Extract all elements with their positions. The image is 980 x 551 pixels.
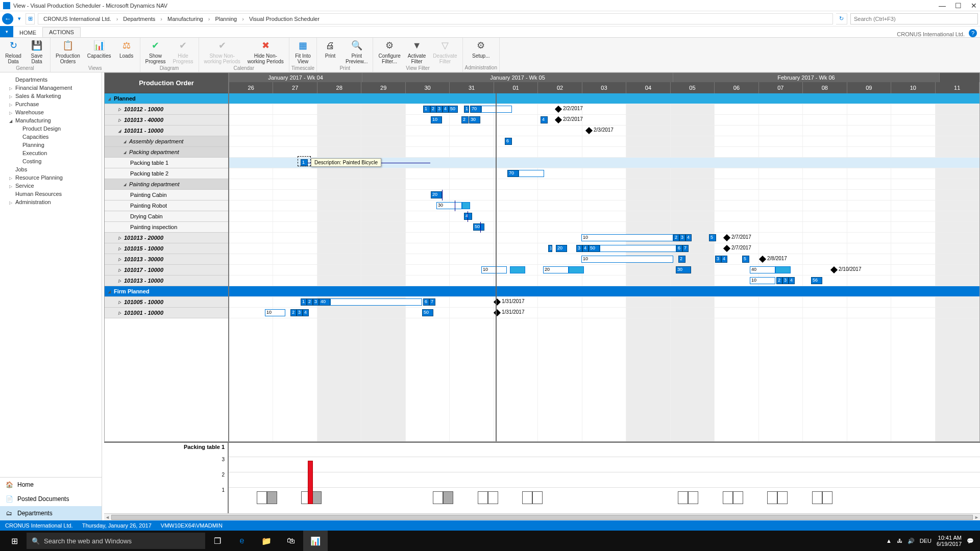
posted-documents-button[interactable]: 📄Posted Documents [0, 492, 102, 506]
breadcrumb-root[interactable]: CRONUS International Ltd. [43, 16, 111, 22]
gantt-bar[interactable]: 4 [582, 245, 589, 252]
gantt-bar[interactable]: 10 [750, 277, 775, 284]
gantt-timeline[interactable]: Work Date January 2017 - Wk 04January 20… [229, 73, 979, 441]
expand-icon[interactable]: ▷ [118, 246, 121, 251]
gantt-grid-row[interactable]: 1234501702/2/2017 [229, 104, 979, 115]
gantt-row-order[interactable]: ▷101013 - 30000 [105, 254, 228, 265]
back-history-dropdown[interactable]: ▾ [16, 13, 22, 24]
sidebar-item-resource-planning[interactable]: Resource Planning [2, 173, 100, 182]
gantt-grid-row[interactable]: 20 [229, 190, 979, 201]
taskbar-search[interactable]: 🔍Search the web and Windows [27, 533, 205, 549]
gantt-bar[interactable]: 1 [548, 245, 552, 252]
gantt-bar[interactable]: 7 [429, 298, 435, 306]
hide-nonworking-button[interactable]: ✖Hide Non- working Periods [244, 39, 287, 65]
gantt-bar[interactable]: 4 [685, 234, 692, 241]
gantt-grid-row[interactable]: 1023452/7/2017 [229, 233, 979, 243]
milestone-diamond[interactable] [555, 106, 562, 113]
gantt-bar[interactable]: 30 [436, 202, 462, 209]
sidebar-item-warehouse[interactable]: Warehouse [2, 108, 100, 116]
gantt-grid-row[interactable]: 1023042/2/2017 [229, 115, 979, 126]
gantt-bar[interactable]: 6 [676, 245, 682, 252]
gantt-bar[interactable]: 1 [464, 106, 469, 113]
gantt-grid-row[interactable]: 1Description: Painted Bicycle [229, 158, 979, 168]
sidebar-item-execution[interactable]: Execution [2, 149, 100, 157]
gantt-bar[interactable]: 6 [423, 298, 429, 306]
gantt-bar[interactable]: 4 [443, 106, 449, 113]
gantt-bar[interactable]: 20 [556, 245, 567, 252]
expand-icon[interactable]: ▷ [118, 107, 121, 112]
milestone-diamond[interactable] [494, 298, 501, 306]
network-icon[interactable]: 🖧 [897, 538, 902, 544]
gantt-grid[interactable]: 1234501702/2/20171023042/2/20172/3/20176… [229, 93, 979, 441]
gantt-bar[interactable]: 4 [721, 256, 727, 263]
gantt-bar[interactable]: 1 [423, 106, 430, 113]
fit-into-view-button[interactable]: ▦Fit Into View [291, 39, 314, 65]
gantt-bar[interactable]: 4 [303, 309, 309, 316]
gantt-grid-row[interactable] [229, 93, 979, 104]
back-button[interactable]: ← [2, 13, 13, 24]
gantt-grid-row[interactable]: 2/3/2017 [229, 126, 979, 136]
gantt-bar[interactable]: 2 [673, 234, 679, 241]
milestone-diamond[interactable] [723, 245, 730, 252]
store-icon[interactable]: 🛍 [279, 531, 303, 551]
departments-nav-button[interactable]: 🗂Departments [0, 506, 102, 520]
gantt-row-section[interactable]: ◢Planned [105, 93, 228, 104]
sidebar-item-jobs[interactable]: Jobs [2, 165, 100, 173]
expand-icon[interactable]: ◢ [124, 150, 126, 155]
expand-icon[interactable]: ◢ [118, 129, 121, 133]
gantt-bar[interactable]: 10 [265, 309, 285, 316]
gantt-row-order[interactable]: ▷101013 - 20000 [105, 233, 228, 243]
gantt-bar[interactable]: 1 [301, 298, 307, 306]
gantt-bar[interactable] [600, 245, 676, 252]
windows-taskbar[interactable]: ⊞ 🔍Search the web and Windows ❐ e 📁 🛍 📊 … [0, 531, 980, 551]
language-indicator[interactable]: DEU [920, 538, 932, 544]
horizontal-scrollbar[interactable]: ◄ ► [104, 513, 980, 520]
gantt-bar[interactable]: 70 [470, 106, 481, 113]
gantt-bar[interactable]: 2 [430, 106, 436, 113]
capacities-button[interactable]: 📊Capacities [84, 39, 114, 65]
nav-app-icon[interactable]: 📊 [303, 531, 328, 551]
expand-icon[interactable]: ◢ [124, 139, 126, 144]
gantt-grid-row[interactable] [229, 286, 979, 297]
expand-icon[interactable]: ▷ [118, 300, 121, 305]
close-button[interactable]: ✕ [971, 2, 977, 10]
sidebar-item-sales[interactable]: Sales & Marketing [2, 92, 100, 100]
hide-progress-button[interactable]: ✔Hide Progress [170, 39, 197, 65]
gantt-bar[interactable]: 2 [461, 116, 469, 123]
gantt-row-order[interactable]: ▷101013 - 40000 [105, 115, 228, 126]
sidebar-item-costing[interactable]: Costing [2, 157, 100, 165]
gantt-row-order[interactable]: ◢101011 - 10000 [105, 126, 228, 136]
sidebar-item-product-design[interactable]: Product Design [2, 124, 100, 133]
reload-data-button[interactable]: ↻Reload Data [2, 39, 24, 65]
expand-icon[interactable]: ▷ [118, 311, 121, 315]
gantt-bar[interactable]: 2 [290, 309, 297, 316]
gantt-grid-row[interactable]: 12340671/31/2017 [229, 297, 979, 308]
gantt-bar[interactable] [462, 202, 470, 209]
gantt-row-order[interactable]: ▷101001 - 10000 [105, 308, 228, 318]
gantt-grid-row[interactable]: 1023452/8/2017 [229, 254, 979, 265]
gantt-grid-row[interactable] [229, 179, 979, 190]
breadcrumb[interactable]: CRONUS International Ltd. › Departments … [38, 13, 833, 24]
milestone-diamond[interactable] [494, 309, 501, 316]
gantt-bar[interactable]: 50 [422, 309, 433, 316]
tray-icon[interactable]: ▲ [886, 538, 892, 544]
gantt-grid-row[interactable]: 1023456 [229, 276, 979, 286]
gantt-bar[interactable] [510, 266, 525, 273]
gantt-grid-row[interactable]: 6 [229, 136, 979, 147]
gantt-row-order[interactable]: ▷101013 - 10000 [105, 276, 228, 286]
tab-actions[interactable]: ACTIONS [42, 27, 81, 37]
gantt-bar[interactable]: 2 [776, 277, 782, 284]
milestone-diamond[interactable] [585, 127, 593, 134]
expand-icon[interactable]: ▷ [118, 236, 121, 240]
expand-icon[interactable]: ◢ [124, 182, 126, 187]
gantt-row-dept[interactable]: ◢Packing department [105, 147, 228, 158]
gantt-bar[interactable]: 10 [481, 266, 507, 273]
gantt-bar[interactable]: 3 [436, 106, 443, 113]
activate-filter-button[interactable]: ▼Activate Filter [405, 39, 429, 65]
gantt-bar[interactable]: 20 [431, 191, 442, 198]
gantt-grid-row[interactable]: 30 [229, 201, 979, 211]
gantt-bar[interactable]: 30 [469, 116, 480, 123]
sidebar-item-administration[interactable]: Administration [2, 198, 100, 206]
gantt-grid-row[interactable]: 50 [229, 222, 979, 233]
gantt-row-dept[interactable]: ◢Assembly department [105, 136, 228, 147]
